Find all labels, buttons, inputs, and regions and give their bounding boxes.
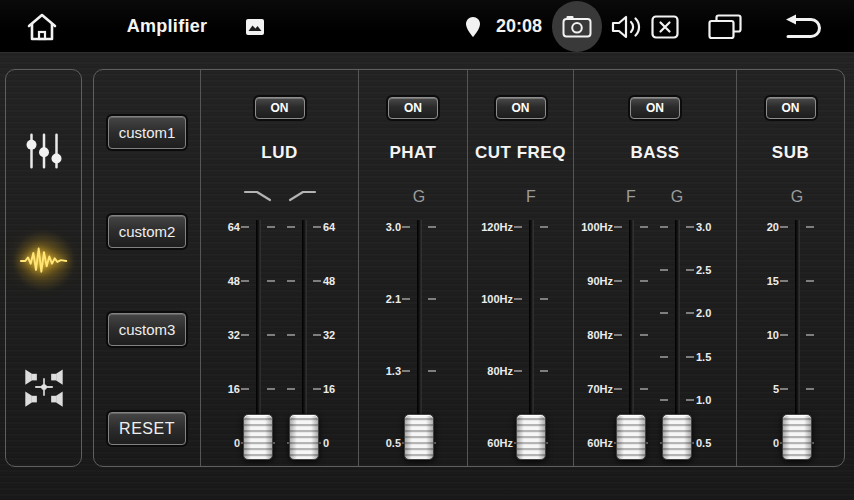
tick-mark xyxy=(660,226,668,228)
volume-icon xyxy=(610,13,644,41)
tick-mark xyxy=(287,334,295,336)
lud-slider-thumb-1[interactable] xyxy=(289,414,319,460)
bass-slider-thumb-0[interactable] xyxy=(616,414,646,460)
tick-mark xyxy=(806,334,814,336)
tick-label: 64 xyxy=(196,220,240,234)
speaker-balance-icon xyxy=(22,365,66,409)
home-button[interactable] xyxy=(22,0,62,53)
tick-label: 5 xyxy=(735,382,779,396)
back-button[interactable] xyxy=(782,0,826,53)
tick-label: 0 xyxy=(735,436,779,450)
tick-label: 60Hz xyxy=(569,436,613,450)
gallery-button[interactable] xyxy=(243,0,267,53)
tick-label: 70Hz xyxy=(569,382,613,396)
tick-label: 100Hz xyxy=(469,292,513,306)
sidebar-item-sound-effects[interactable] xyxy=(20,237,68,285)
close-app-button[interactable] xyxy=(650,0,680,53)
gallery-icon xyxy=(245,18,265,36)
tick-label: 0.5 xyxy=(696,436,740,450)
home-icon xyxy=(24,10,60,44)
recent-apps-button[interactable] xyxy=(706,0,744,53)
tick-mark xyxy=(686,269,694,271)
bass-slider-thumb-1[interactable] xyxy=(662,414,692,460)
bass-cut-curve-icon xyxy=(287,187,317,203)
tick-mark xyxy=(241,226,249,228)
tick-mark xyxy=(780,280,788,282)
tick-mark xyxy=(660,312,668,314)
tick-mark xyxy=(514,226,522,228)
amplifier-screen: custom1 custom2 custom3 RESET ONLUD64483… xyxy=(0,53,854,500)
phat-on-button[interactable]: ON xyxy=(388,97,438,119)
tick-mark xyxy=(540,226,548,228)
slider-band-label: G xyxy=(775,188,819,206)
treble-cut-curve-icon xyxy=(243,187,273,203)
tick-label: 2.1 xyxy=(357,292,401,306)
tick-mark xyxy=(241,280,249,282)
tick-label: 80Hz xyxy=(469,364,513,378)
channel-title: CUT FREQ xyxy=(468,143,573,163)
location-icon xyxy=(465,16,481,38)
top-status-bar: Amplifier 20:08 xyxy=(0,0,854,53)
sub-slider-thumb-0[interactable] xyxy=(782,414,812,460)
tick-mark xyxy=(241,388,249,390)
tick-mark xyxy=(614,388,622,390)
preset-custom1-button[interactable]: custom1 xyxy=(108,116,186,149)
tick-mark xyxy=(660,356,668,358)
sub-on-button[interactable]: ON xyxy=(766,97,816,119)
slider-band-label: F xyxy=(609,188,653,206)
tick-mark xyxy=(614,334,622,336)
tick-mark xyxy=(287,226,295,228)
tick-label: 20 xyxy=(735,220,779,234)
tick-label: 16 xyxy=(196,382,240,396)
channel-column-cut_freq: ONCUT FREQF120Hz100Hz80Hz60Hz xyxy=(467,70,573,466)
cut_freq-on-button[interactable]: ON xyxy=(496,97,546,119)
tick-mark xyxy=(267,334,275,336)
camera-button[interactable] xyxy=(552,1,602,52)
sidebar xyxy=(5,69,82,467)
tick-label: 1.3 xyxy=(357,364,401,378)
tick-mark xyxy=(640,226,648,228)
tick-mark xyxy=(313,334,321,336)
channel-title: LUD xyxy=(201,143,358,163)
lud-slider-thumb-0[interactable] xyxy=(243,414,273,460)
tick-mark xyxy=(614,226,622,228)
sidebar-item-speaker-balance[interactable] xyxy=(20,363,68,411)
bass-on-button[interactable]: ON xyxy=(630,97,680,119)
filter-curve-icons xyxy=(201,187,358,203)
tick-mark xyxy=(660,269,668,271)
preset-custom2-button[interactable]: custom2 xyxy=(108,215,186,248)
phat-slider-thumb-0[interactable] xyxy=(404,414,434,460)
slider-band-label: G xyxy=(655,188,699,206)
tick-mark xyxy=(514,298,522,300)
recent-apps-icon xyxy=(708,14,742,40)
preset-column: custom1 custom2 custom3 RESET xyxy=(94,70,200,466)
tick-mark xyxy=(614,280,622,282)
tick-mark xyxy=(686,312,694,314)
tick-mark xyxy=(428,226,436,228)
close-window-icon xyxy=(651,15,679,39)
slider-band-label: F xyxy=(509,188,553,206)
reset-button[interactable]: RESET xyxy=(108,412,186,445)
channel-column-phat: ONPHATG3.02.11.30.5 xyxy=(358,70,467,466)
tick-mark xyxy=(686,226,694,228)
tick-mark xyxy=(660,399,668,401)
volume-button[interactable] xyxy=(608,0,646,53)
tick-mark xyxy=(540,370,548,372)
tick-mark xyxy=(806,280,814,282)
sidebar-item-equalizer[interactable] xyxy=(20,127,68,175)
tick-mark xyxy=(402,226,410,228)
sound-wave-icon xyxy=(20,241,68,281)
channel-column-lud: ONLUD644832160644832160 xyxy=(200,70,358,466)
preset-custom3-button[interactable]: custom3 xyxy=(108,313,186,346)
tick-mark xyxy=(287,280,295,282)
tick-mark xyxy=(780,388,788,390)
tick-mark xyxy=(640,388,648,390)
tick-mark xyxy=(428,370,436,372)
tick-label: 1.0 xyxy=(696,393,740,407)
tick-mark xyxy=(267,280,275,282)
lud-on-button[interactable]: ON xyxy=(255,97,305,119)
equalizer-sliders-icon xyxy=(24,131,64,171)
tick-mark xyxy=(686,399,694,401)
tick-mark xyxy=(686,356,694,358)
cut_freq-slider-thumb-0[interactable] xyxy=(516,414,546,460)
